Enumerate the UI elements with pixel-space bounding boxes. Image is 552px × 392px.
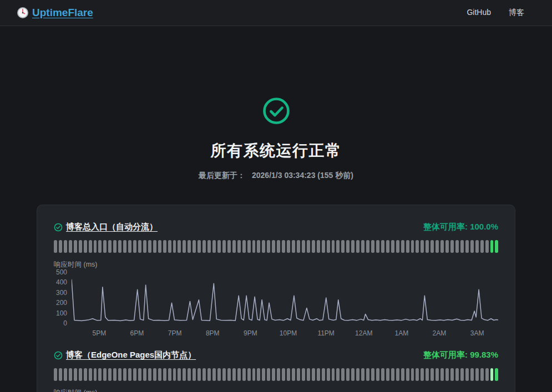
uptime-bar[interactable] xyxy=(64,368,67,381)
nav-link-blog[interactable]: 博客 xyxy=(509,8,524,18)
uptime-bar[interactable] xyxy=(327,368,330,381)
uptime-bar[interactable] xyxy=(361,240,364,253)
uptime-bar[interactable] xyxy=(103,240,107,253)
uptime-bar[interactable] xyxy=(143,240,146,253)
uptime-bar[interactable] xyxy=(277,240,280,253)
uptime-bar[interactable] xyxy=(495,368,498,381)
uptime-bar[interactable] xyxy=(123,240,126,253)
uptime-bar[interactable] xyxy=(252,368,256,381)
uptime-bar[interactable] xyxy=(163,240,166,253)
uptime-bar[interactable] xyxy=(421,240,424,253)
uptime-bar[interactable] xyxy=(376,240,379,253)
uptime-bar[interactable] xyxy=(302,368,305,381)
uptime-bar[interactable] xyxy=(416,240,419,253)
uptime-bar[interactable] xyxy=(465,368,469,381)
uptime-bar[interactable] xyxy=(411,240,414,253)
uptime-bar[interactable] xyxy=(435,368,439,381)
uptime-bar[interactable] xyxy=(332,368,335,381)
uptime-bar[interactable] xyxy=(163,368,166,381)
uptime-bar[interactable] xyxy=(396,368,399,381)
uptime-bar[interactable] xyxy=(371,368,374,381)
uptime-bar[interactable] xyxy=(336,240,340,253)
brand-link[interactable]: UptimeFlare xyxy=(17,7,93,19)
uptime-bar[interactable] xyxy=(272,368,275,381)
uptime-bar[interactable] xyxy=(79,368,82,381)
uptime-bar[interactable] xyxy=(94,368,97,381)
uptime-bar[interactable] xyxy=(153,368,156,381)
uptime-bar[interactable] xyxy=(222,240,226,253)
uptime-bar[interactable] xyxy=(89,240,92,253)
uptime-bar[interactable] xyxy=(416,368,419,381)
uptime-bar[interactable] xyxy=(312,240,315,253)
uptime-bar[interactable] xyxy=(341,240,345,253)
uptime-bar[interactable] xyxy=(287,368,290,381)
uptime-bar[interactable] xyxy=(138,240,141,253)
uptime-bar[interactable] xyxy=(426,368,429,381)
uptime-bar[interactable] xyxy=(148,368,151,381)
uptime-bar[interactable] xyxy=(277,368,280,381)
uptime-bar[interactable] xyxy=(202,368,206,381)
uptime-bar[interactable] xyxy=(227,240,231,253)
uptime-bar[interactable] xyxy=(485,368,489,381)
uptime-bar[interactable] xyxy=(242,368,246,381)
uptime-bar[interactable] xyxy=(435,240,439,253)
uptime-bar[interactable] xyxy=(217,240,221,253)
uptime-bar[interactable] xyxy=(455,368,459,381)
uptime-bar[interactable] xyxy=(133,368,136,381)
uptime-bar[interactable] xyxy=(143,368,146,381)
uptime-bar[interactable] xyxy=(322,240,325,253)
uptime-bar[interactable] xyxy=(470,368,474,381)
uptime-bar[interactable] xyxy=(98,240,102,253)
uptime-bar[interactable] xyxy=(232,240,236,253)
uptime-bar[interactable] xyxy=(366,240,369,253)
uptime-bar[interactable] xyxy=(361,368,364,381)
uptime-bar[interactable] xyxy=(460,368,464,381)
uptime-bar[interactable] xyxy=(94,240,97,253)
uptime-bar[interactable] xyxy=(470,240,474,253)
uptime-bar[interactable] xyxy=(317,368,320,381)
uptime-bar[interactable] xyxy=(475,368,479,381)
uptime-bar[interactable] xyxy=(237,240,241,253)
uptime-bar[interactable] xyxy=(128,240,131,253)
uptime-bar[interactable] xyxy=(386,240,389,253)
uptime-bar[interactable] xyxy=(282,240,285,253)
uptime-bar[interactable] xyxy=(341,368,345,381)
uptime-bar[interactable] xyxy=(366,368,369,381)
uptime-bar[interactable] xyxy=(336,368,340,381)
uptime-bar[interactable] xyxy=(356,240,359,253)
uptime-bar[interactable] xyxy=(391,240,394,253)
uptime-bar[interactable] xyxy=(302,240,305,253)
uptime-bar[interactable] xyxy=(401,240,404,253)
uptime-bar[interactable] xyxy=(282,368,285,381)
uptime-bar[interactable] xyxy=(84,240,87,253)
uptime-bar[interactable] xyxy=(232,368,236,381)
uptime-bar[interactable] xyxy=(495,240,498,253)
uptime-bar[interactable] xyxy=(312,368,315,381)
uptime-bar[interactable] xyxy=(74,240,77,253)
uptime-bar[interactable] xyxy=(490,240,494,253)
uptime-bar[interactable] xyxy=(207,240,211,253)
uptime-bar[interactable] xyxy=(272,240,275,253)
uptime-bar[interactable] xyxy=(98,368,102,381)
uptime-bar[interactable] xyxy=(297,368,300,381)
uptime-bar[interactable] xyxy=(242,240,246,253)
uptime-bar[interactable] xyxy=(411,368,414,381)
uptime-bar[interactable] xyxy=(351,240,355,253)
uptime-bar[interactable] xyxy=(197,368,201,381)
uptime-bar[interactable] xyxy=(440,240,444,253)
uptime-bar[interactable] xyxy=(108,368,112,381)
uptime-bar[interactable] xyxy=(391,368,394,381)
uptime-bar[interactable] xyxy=(450,240,454,253)
uptime-bar[interactable] xyxy=(84,368,87,381)
monitor-title-link[interactable]: 博客总入口（自动分流） xyxy=(54,222,158,232)
uptime-bar[interactable] xyxy=(465,240,469,253)
uptime-bar[interactable] xyxy=(113,368,117,381)
uptime-bar[interactable] xyxy=(197,240,201,253)
uptime-bar[interactable] xyxy=(322,368,325,381)
uptime-bar[interactable] xyxy=(59,368,62,381)
uptime-bar[interactable] xyxy=(193,240,196,253)
uptime-bar[interactable] xyxy=(79,240,82,253)
uptime-bar[interactable] xyxy=(222,368,226,381)
uptime-bar[interactable] xyxy=(89,368,92,381)
uptime-bar[interactable] xyxy=(148,240,151,253)
